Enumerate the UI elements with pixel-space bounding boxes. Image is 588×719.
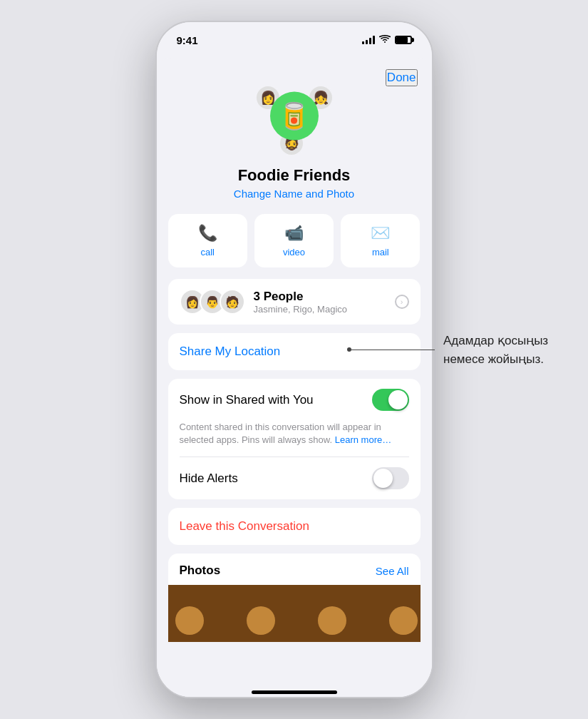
leave-conversation-row[interactable]: Leave this Conversation [168,508,421,545]
hide-alerts-label: Hide Alerts [180,471,238,486]
shared-with-you-row[interactable]: Show in Shared with You [168,379,421,421]
shared-with-you-toggle[interactable] [372,389,409,411]
leave-conversation-label: Leave this Conversation [180,519,309,533]
shared-with-you-label: Show in Shared with You [180,393,314,407]
hide-alerts-thumb [373,469,393,488]
photos-title: Photos [180,564,221,578]
hide-alerts-row[interactable]: Hide Alerts [168,457,421,499]
mail-label: mail [372,247,389,257]
annotation-dot [347,347,351,352]
chevron-right-icon: › [395,295,409,309]
video-icon: 📹 [284,224,304,243]
avatars-cluster: 🥫 👩 👧 🧔 [252,79,337,158]
change-name-button[interactable]: Change Name and Photo [234,188,354,200]
people-avatars: 👩 👨 🧑 [180,289,245,315]
toggle-thumb [388,390,408,409]
learn-more-link[interactable]: Learn more… [335,434,391,445]
call-button[interactable]: 📞 call [168,214,247,267]
call-label: call [200,247,215,257]
leave-conversation-section: Leave this Conversation [168,508,421,545]
volume-button [432,151,433,193]
people-section: 👩 👨 🧑 3 People Jasmine, Rigo, Magico › [168,279,421,325]
action-buttons-row: 📞 call 📹 video ✉️ mail [157,214,432,267]
people-count: 3 People [254,290,395,304]
mail-icon: ✉️ [371,224,390,243]
photos-preview [168,585,421,642]
main-avatar: 🥫 [270,92,319,141]
battery-icon [395,36,412,44]
photos-section: Photos See All [168,554,421,642]
people-names: Jasmine, Rigo, Magico [254,304,395,315]
see-all-button[interactable]: See All [376,565,409,577]
mail-button[interactable]: ✉️ mail [341,214,420,267]
shared-with-you-description: Content shared in this conversation will… [168,421,421,457]
status-time: 9:41 [177,34,198,46]
video-button[interactable]: 📹 video [254,214,334,267]
person-avatar-3: 🧑 [220,289,245,315]
hide-alerts-toggle[interactable] [372,467,409,489]
people-row[interactable]: 👩 👨 🧑 3 People Jasmine, Rigo, Magico › [168,279,421,325]
wifi-icon [379,35,391,46]
annotation-text: Адамдар қосыңыз немесе жойыңыз. [443,332,548,368]
photos-header: Photos See All [168,554,421,585]
home-indicator [252,690,337,694]
people-info: 3 People Jasmine, Rigo, Magico [254,290,395,315]
done-button[interactable]: Done [386,69,418,86]
video-label: video [283,247,305,257]
share-location-label: Share My Location [180,345,281,358]
settings-section: Show in Shared with You Content shared i… [168,379,421,499]
signal-icon [362,36,375,44]
group-name: Foodie Friends [238,166,351,185]
call-icon: 📞 [198,224,217,243]
